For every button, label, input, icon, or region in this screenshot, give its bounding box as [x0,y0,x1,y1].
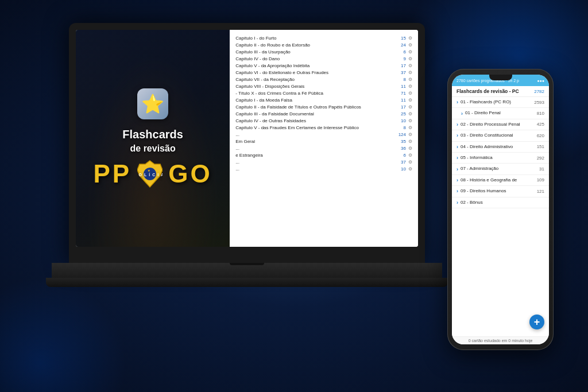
doc-row: ...36⚙ [235,145,412,152]
star-badge: ⭐ [137,88,168,119]
phone-list-item-count: 620 [528,133,544,138]
chevron-right-icon: › [457,99,458,105]
doc-row-gear-icon[interactable]: ⚙ [408,166,412,172]
phone-screen: 2780 cartões programados · 5h 2 p ●●● Fl… [452,75,549,344]
laptop-base [52,263,442,279]
doc-row-gear-icon[interactable]: ⚙ [408,36,412,41]
phone-list-header: Flashcards de revisão - PC 2782 [452,86,549,97]
doc-row-gear-icon[interactable]: ⚙ [408,125,412,130]
chevron-right-icon: › [461,111,463,117]
doc-row-gear-icon[interactable]: ⚙ [408,104,412,110]
doc-row-number: 15 [394,36,406,41]
doc-row-gear-icon[interactable]: ⚙ [408,56,412,61]
phone-list-item[interactable]: ›04 - Direito Administrativo151 [452,142,549,153]
doc-row-gear-icon[interactable]: ⚙ [408,49,412,55]
doc-row-title: ... [235,166,394,172]
phone-list-item[interactable]: ›02 - Direito Processual Penal425 [452,119,549,130]
phone-list-item[interactable]: ›08 - História e Geografia de109 [452,175,549,186]
screen-left-panel: ⭐ Flashcards de revisão PP POLÍCIA ★ GO [76,30,230,247]
doc-row-title: Capítulo III - da Falsidade Documental [235,111,394,117]
phone-list-item[interactable]: ›01 - Flashcards (PC RO)2593 [452,97,549,108]
phone-list-count: 2782 [534,89,544,94]
phone-list-item-left: ›02 - Bônus [457,200,528,205]
flashcard-title-line1: Flashcards [122,127,183,141]
phone-list-item-left: ›04 - Direito Administrativo [457,144,528,150]
phone-list-item-left: ›02 - Direito Processual Penal [457,122,528,127]
chevron-right-icon: › [457,188,458,194]
doc-row-gear-icon[interactable]: ⚙ [408,42,412,48]
chevron-right-icon: › [457,177,458,183]
doc-row-title: ... [235,160,394,165]
doc-row: Capítulo VII - da Receptação8⚙ [235,76,412,83]
police-badge-icon: POLÍCIA ★ [137,160,163,188]
phone-list-item-count: 2593 [528,100,544,105]
laptop-screen-bezel: ⭐ Flashcards de revisão PP POLÍCIA ★ GO [69,23,425,264]
phone-list-item-count: 810 [528,111,544,116]
chevron-right-icon: › [457,133,458,138]
phone-list-item-count: 292 [528,156,544,161]
doc-row-number: 36 [394,146,406,151]
doc-row-gear-icon[interactable]: ⚙ [408,139,412,144]
doc-row-gear-icon[interactable]: ⚙ [408,91,412,96]
phone-list-item-left: ›08 - História e Geografia de [457,177,528,183]
doc-row-gear-icon[interactable]: ⚙ [408,70,412,75]
doc-row-gear-icon[interactable]: ⚙ [408,146,412,151]
doc-row-title: - Título X - dos Crimes Contra a Fé Públ… [235,91,394,96]
chevron-right-icon: › [457,166,458,172]
phone: 2780 cartões programados · 5h 2 p ●●● Fl… [447,69,554,350]
doc-row-gear-icon[interactable]: ⚙ [408,111,412,117]
doc-row-number: 124 [394,132,406,137]
phone-list-item[interactable]: ›01 - Direito Penal810 [452,108,549,119]
laptop-hinge [230,263,264,265]
doc-row: Capítulo II - do Roubo e da Extorsão24⚙ [235,41,412,48]
doc-row-title: e Estrangeira [235,153,394,158]
doc-row-gear-icon[interactable]: ⚙ [408,160,412,165]
phone-list-item-left: ›01 - Direito Penal [461,110,528,116]
doc-row-gear-icon[interactable]: ⚙ [408,77,412,82]
phone-list-item-label: 09 - Direitos Humanos [461,188,506,194]
phone-list-item[interactable]: ›07 - Administração31 [452,164,549,174]
doc-row-title: ... [235,132,394,137]
doc-row-gear-icon[interactable]: ⚙ [408,63,412,68]
doc-row-gear-icon[interactable]: ⚙ [408,84,412,89]
phone-list-item-count: 425 [528,122,544,127]
doc-row-gear-icon[interactable]: ⚙ [408,98,412,103]
doc-row-number: 37 [394,160,406,165]
doc-row: Capítulo VIII - Disposições Gerais11⚙ [235,83,412,90]
phone-list-item[interactable]: ›02 - Bônus [452,197,549,208]
doc-row-gear-icon[interactable]: ⚙ [408,132,412,137]
document-rows: Capítulo I - do Furto15⚙ Capítulo II - d… [235,34,412,172]
phone-list-item-label: 02 - Bônus [461,200,483,205]
doc-row-title: Capítulo VIII - Disposições Gerais [235,84,394,89]
phone-list-item-count: 109 [528,177,544,183]
chevron-right-icon: › [457,200,458,205]
laptop-screen: ⭐ Flashcards de revisão PP POLÍCIA ★ GO [76,30,418,247]
phone-list-item[interactable]: ›03 - Direito Constitucional620 [452,130,549,141]
doc-row: ...37⚙ [235,158,412,165]
doc-row-title: Capítulo II - da Falsidade de Títulos e … [235,104,394,110]
doc-row-number: 24 [394,42,406,48]
phone-list-item[interactable]: ›09 - Direitos Humanos121 [452,186,549,197]
doc-row-gear-icon[interactable]: ⚙ [408,118,412,123]
phone-list-item-count: 31 [528,166,544,172]
phone-list-item[interactable]: ›05 - Informática292 [452,153,549,164]
chevron-right-icon: › [457,155,458,161]
doc-row-gear-icon[interactable]: ⚙ [408,153,412,158]
phone-list-content[interactable]: ›01 - Flashcards (PC RO)2593›01 - Direit… [452,97,549,336]
doc-row-number: 6 [394,49,406,55]
phone-body: 2780 cartões programados · 5h 2 p ●●● Fl… [447,69,554,350]
doc-row-number: 25 [394,111,406,117]
doc-row-number: 11 [394,98,406,103]
doc-row-number: 11 [394,84,406,89]
doc-row: Capítulo V - da Apropriação Indébita17⚙ [235,62,412,69]
doc-row: Capítulo III - da Falsidade Documental25… [235,110,412,117]
svg-text:POLÍCIA: POLÍCIA [137,172,163,177]
phone-list-item-label: 01 - Flashcards (PC RO) [461,99,511,105]
phone-list-item-label: 03 - Direito Constitucional [461,133,513,138]
phone-notch [489,75,512,80]
doc-row: ...124⚙ [235,131,412,138]
phone-list-title: Flashcards de revisão - PC [457,88,519,94]
doc-row-number: 6 [394,153,406,158]
phone-fab-button[interactable]: + [529,315,544,329]
doc-row-title: Capítulo IV - de Outras Falsidades [235,118,394,123]
